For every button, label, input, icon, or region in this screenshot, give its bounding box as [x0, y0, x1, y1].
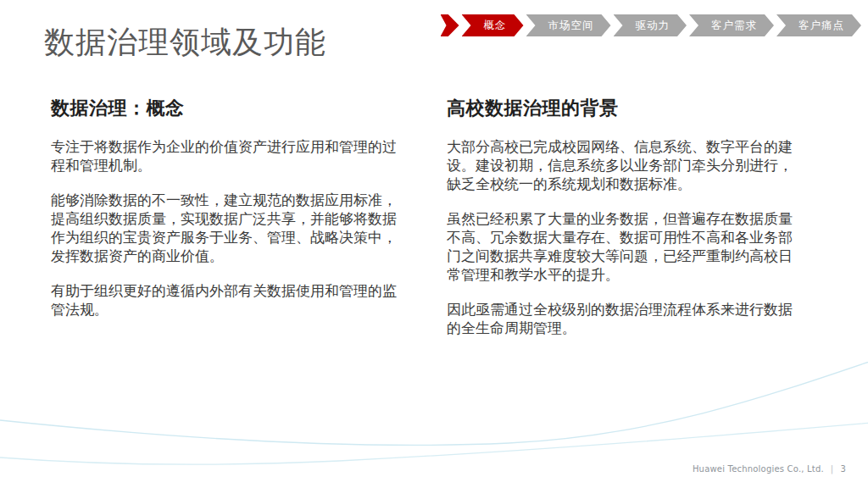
nav-item-label: 客户痛点	[798, 19, 844, 33]
right-paragraph: 因此亟需通过全校级别的数据治理流程体系来进行数据的全生命周期管理。	[447, 300, 806, 337]
nav-item-label: 客户需求	[711, 19, 757, 33]
left-paragraph: 能够消除数据的不一致性，建立规范的数据应用标准，提高组织数据质量，实现数据广泛共…	[51, 191, 410, 265]
slide-title: 数据治理领域及功能	[44, 22, 326, 64]
right-paragraph: 虽然已经积累了大量的业务数据，但普遍存在数据质量不高、冗余数据大量存在、数据可用…	[447, 209, 806, 284]
left-paragraph: 专注于将数据作为企业的价值资产进行应用和管理的过程和管理机制。	[51, 137, 410, 175]
chevron-lead-icon	[441, 14, 459, 36]
section-nav: 概念 市场空间 驱动力 客户需求 客户痛点	[441, 14, 862, 36]
left-column: 数据治理：概念 专注于将数据作为企业的价值资产进行应用和管理的过程和管理机制。 …	[51, 95, 410, 319]
nav-item-label: 市场空间	[548, 19, 594, 33]
nav-item-label: 概念	[484, 19, 507, 33]
right-paragraph: 大部分高校已完成校园网络、信息系统、数字平台的建设。建设初期，信息系统多以业务部…	[447, 137, 806, 193]
right-column-heading: 高校数据治理的背景	[447, 95, 806, 122]
nav-item-label: 驱动力	[636, 19, 670, 33]
nav-item-customer-pain-points[interactable]: 客户痛点	[776, 14, 861, 36]
slide-canvas: 数据治理领域及功能 概念 市场空间 驱动力 客户需求 客户痛点 数据治理：概念 …	[0, 0, 868, 488]
footer-company: Huawei Technologies Co., Ltd.	[693, 464, 824, 474]
nav-item-market-space[interactable]: 市场空间	[526, 14, 611, 36]
left-paragraph: 有助于组织更好的遵循内外部有关数据使用和管理的监管法规。	[51, 281, 410, 319]
left-column-heading: 数据治理：概念	[51, 95, 410, 122]
slide-footer: Huawei Technologies Co., Ltd. | 3	[693, 464, 846, 474]
nav-item-driving-force[interactable]: 驱动力	[614, 14, 687, 36]
right-column: 高校数据治理的背景 大部分高校已完成校园网络、信息系统、数字平台的建设。建设初期…	[447, 95, 806, 337]
nav-item-customer-needs[interactable]: 客户需求	[689, 14, 774, 36]
footer-page-number: 3	[840, 464, 846, 474]
footer-separator: |	[831, 464, 834, 474]
nav-item-concept[interactable]: 概念	[462, 14, 524, 36]
